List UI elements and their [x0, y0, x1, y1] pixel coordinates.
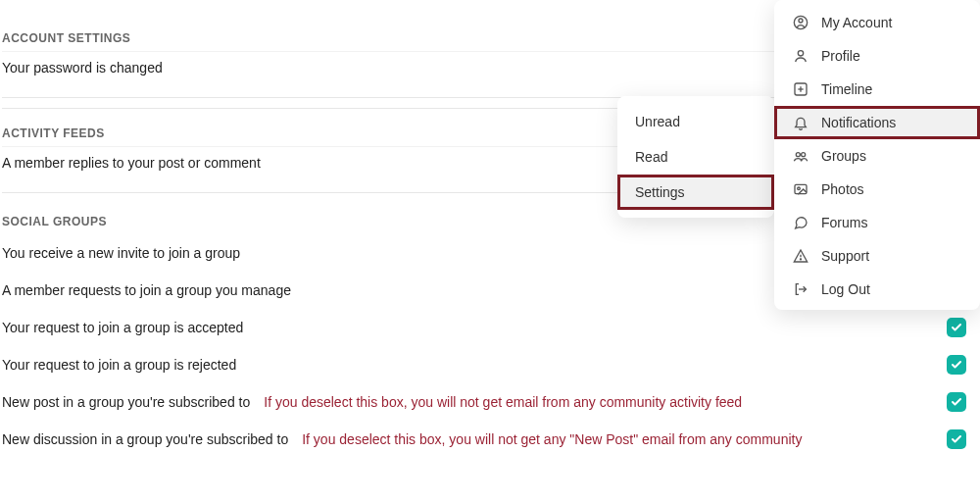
menu-item-forums[interactable]: Forums: [774, 206, 980, 239]
menu-item-support[interactable]: Support: [774, 239, 980, 273]
menu-item-timeline[interactable]: Timeline: [774, 73, 980, 106]
setting-row: Your request to join a group is accepted: [2, 309, 980, 346]
svg-point-2: [798, 51, 803, 56]
setting-row: New discussion in a group you're subscri…: [2, 421, 980, 458]
alert-icon: [792, 247, 809, 265]
groups-icon: [792, 147, 809, 165]
menu-label: My Account: [821, 15, 892, 30]
row-label: New discussion in a group you're subscri…: [2, 431, 288, 447]
user-circle-icon: [792, 14, 809, 31]
menu-label: Log Out: [821, 281, 870, 297]
user-dropdown-menu: My Account Profile Timeline Notification…: [774, 0, 980, 310]
row-label: A member replies to your post or comment: [2, 155, 261, 171]
menu-item-profile[interactable]: Profile: [774, 39, 980, 73]
svg-point-7: [802, 153, 806, 157]
menu-label: Forums: [821, 215, 867, 230]
menu-item-unread[interactable]: Unread: [617, 104, 774, 139]
menu-label: Groups: [821, 148, 866, 164]
svg-point-1: [799, 19, 803, 23]
menu-item-settings[interactable]: Settings: [617, 175, 774, 210]
checkbox-toggle[interactable]: [947, 392, 966, 412]
notifications-tab-menu: Unread Read Settings: [617, 96, 774, 218]
menu-item-groups[interactable]: Groups: [774, 139, 980, 173]
annotation-text: If you deselect this box, you will not g…: [302, 431, 802, 447]
menu-label: Support: [821, 248, 869, 264]
chat-icon: [792, 214, 809, 231]
menu-label: Profile: [821, 48, 860, 64]
menu-item-notifications[interactable]: Notifications: [774, 106, 980, 139]
photos-icon: [792, 180, 809, 198]
menu-item-my-account[interactable]: My Account: [774, 6, 980, 39]
plus-box-icon: [792, 80, 809, 98]
svg-point-11: [800, 259, 801, 260]
bell-icon: [792, 114, 809, 131]
row-label: Your request to join a group is rejected: [2, 357, 236, 373]
menu-label: Photos: [821, 181, 864, 197]
menu-label: Timeline: [821, 81, 872, 97]
user-icon: [792, 47, 809, 65]
row-label: A member requests to join a group you ma…: [2, 282, 291, 298]
checkbox-toggle[interactable]: [947, 429, 966, 449]
row-label: Your request to join a group is accepted: [2, 320, 243, 335]
checkbox-toggle[interactable]: [947, 355, 966, 375]
checkbox-toggle[interactable]: [947, 318, 966, 337]
setting-row: Your request to join a group is rejected: [2, 346, 980, 383]
row-label: You receive a new invite to join a group: [2, 245, 240, 261]
menu-label: Notifications: [821, 115, 896, 130]
svg-point-9: [798, 187, 801, 190]
menu-item-log-out[interactable]: Log Out: [774, 273, 980, 306]
row-label: Your password is changed: [2, 60, 163, 75]
menu-item-photos[interactable]: Photos: [774, 173, 980, 206]
setting-row: New post in a group you're subscribed to…: [2, 383, 980, 421]
annotation-text: If you deselect this box, you will not g…: [264, 394, 742, 410]
menu-item-read[interactable]: Read: [617, 139, 774, 175]
svg-point-6: [796, 153, 800, 157]
logout-icon: [792, 280, 809, 298]
row-label: New post in a group you're subscribed to: [2, 394, 250, 410]
